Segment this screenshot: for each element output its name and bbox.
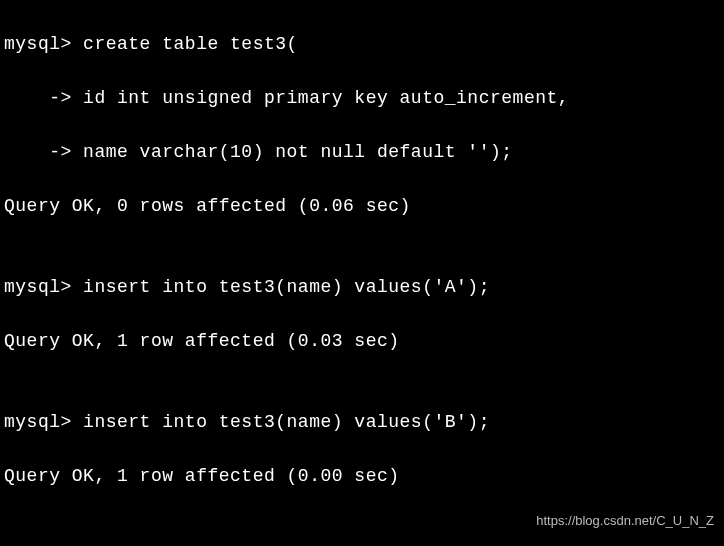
- query-ok-insert-b: Query OK, 1 row affected (0.00 sec): [4, 463, 720, 490]
- sql-create-line-3: -> name varchar(10) not null default '')…: [4, 139, 720, 166]
- sql-create-line-1: mysql> create table test3(: [4, 31, 720, 58]
- sql-insert-b: mysql> insert into test3(name) values('B…: [4, 409, 720, 436]
- query-ok-insert-a: Query OK, 1 row affected (0.03 sec): [4, 328, 720, 355]
- sql-create-line-2: -> id int unsigned primary key auto_incr…: [4, 85, 720, 112]
- terminal-output: mysql> create table test3( -> id int uns…: [4, 4, 720, 546]
- watermark-text: https://blog.csdn.net/C_U_N_Z: [536, 511, 714, 531]
- sql-insert-a: mysql> insert into test3(name) values('A…: [4, 274, 720, 301]
- query-ok-create: Query OK, 0 rows affected (0.06 sec): [4, 193, 720, 220]
